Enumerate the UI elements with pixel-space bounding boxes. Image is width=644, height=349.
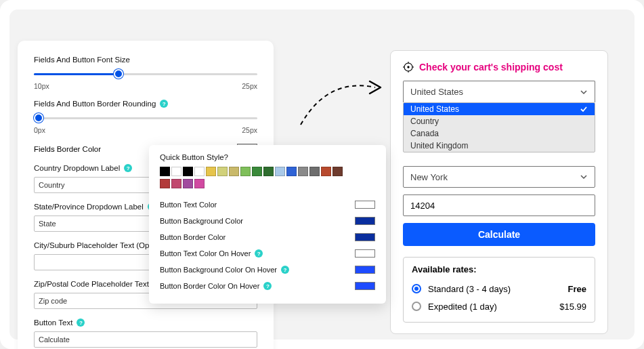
color-swatch[interactable]: [263, 167, 274, 176]
country-select-value: United States: [410, 87, 463, 97]
font-size-min: 10px: [34, 82, 49, 90]
color-swatch[interactable]: [286, 167, 297, 176]
color-swatch[interactable]: [171, 179, 181, 188]
color-setting-label: Button Text Color: [160, 201, 217, 209]
color-swatch[interactable]: [183, 179, 193, 188]
help-icon[interactable]: ?: [124, 164, 132, 172]
color-setting-row: Button Border Color: [160, 229, 375, 245]
shipping-calculator: Check your cart's shipping cost United S…: [390, 50, 608, 334]
rate-name: Standard (3 - 4 days): [428, 284, 511, 294]
color-swatch[interactable]: [298, 167, 308, 176]
color-value-swatch[interactable]: [355, 249, 375, 258]
font-size-control: Fields And Button Font Size 10px 25px: [34, 56, 257, 90]
calculate-button[interactable]: Calculate: [403, 223, 595, 246]
color-swatch[interactable]: [194, 179, 205, 188]
color-value-swatch[interactable]: [355, 217, 375, 225]
dropdown-option[interactable]: United States: [404, 103, 595, 115]
color-swatch[interactable]: [332, 167, 343, 176]
color-setting-label: Button Background Color: [160, 217, 243, 225]
rates-title: Available rates:: [412, 264, 586, 274]
color-swatch[interactable]: [229, 167, 239, 176]
border-rounding-min: 0px: [34, 126, 45, 134]
swatch-row-1: [160, 167, 375, 176]
calculator-title: Check your cart's shipping cost: [419, 62, 563, 73]
radio-button[interactable]: [412, 302, 421, 311]
help-icon[interactable]: ?: [77, 319, 85, 327]
color-setting-row: Button Text Color: [160, 197, 375, 213]
color-setting-row: Button Background Color On Hover?: [160, 262, 375, 278]
shipping-rate-option[interactable]: Standard (3 - 4 days)Free: [412, 280, 586, 297]
swatch-row-2: [160, 179, 375, 188]
border-rounding-max: 25px: [242, 126, 257, 134]
country-label-text: Country Dropdown Label: [34, 164, 120, 172]
color-value-swatch[interactable]: [355, 282, 375, 290]
location-icon: [403, 62, 414, 73]
chevron-down-icon: [580, 173, 588, 181]
help-icon[interactable]: ?: [263, 282, 272, 290]
color-setting-label: Button Background Color On Hover: [160, 266, 277, 274]
button-text-control: Button Text ?: [34, 319, 257, 348]
color-value-swatch[interactable]: [355, 266, 375, 274]
color-setting-label: Button Text Color On Hover: [160, 249, 251, 258]
color-swatch[interactable]: [160, 167, 170, 176]
zip-input[interactable]: [403, 194, 595, 216]
dropdown-option[interactable]: Country: [404, 115, 595, 127]
rate-price: Free: [568, 284, 586, 294]
rates-box: Available rates: Standard (3 - 4 days)Fr…: [403, 257, 595, 323]
state-label-text: State/Province Dropdown Label: [34, 203, 144, 211]
rate-name: Expedited (1 day): [428, 302, 497, 312]
popup-title: Quick Button Style?: [160, 153, 375, 161]
shipping-rate-option[interactable]: Expedited (1 day)$15.99: [412, 297, 586, 315]
color-swatch[interactable]: [321, 167, 331, 176]
color-swatch[interactable]: [240, 167, 251, 176]
color-swatch[interactable]: [171, 167, 181, 176]
dropdown-option[interactable]: United Kingdom: [404, 140, 595, 152]
svg-point-1: [407, 66, 409, 68]
font-size-max: 25px: [242, 82, 257, 90]
border-rounding-control: Fields And Button Border Rounding ? 0px …: [34, 100, 257, 134]
state-select[interactable]: New York: [403, 166, 595, 188]
chevron-down-icon: [580, 88, 588, 96]
fields-border-color-label: Fields Border Color: [34, 145, 101, 153]
color-swatch[interactable]: [160, 179, 170, 188]
button-text-input[interactable]: [34, 331, 257, 348]
border-rounding-label: Fields And Button Border Rounding: [34, 100, 156, 108]
color-setting-label: Button Border Color: [160, 233, 226, 241]
font-size-slider[interactable]: [34, 68, 257, 81]
color-value-swatch[interactable]: [355, 233, 375, 241]
font-size-label: Fields And Button Font Size: [34, 56, 257, 64]
rate-price: $15.99: [559, 302, 586, 312]
color-swatch[interactable]: [217, 167, 228, 176]
border-rounding-slider[interactable]: [34, 112, 257, 125]
state-select-value: New York: [410, 172, 448, 182]
help-icon[interactable]: ?: [160, 100, 168, 108]
color-setting-row: Button Text Color On Hover?: [160, 245, 375, 262]
help-icon[interactable]: ?: [255, 249, 263, 258]
color-setting-label: Button Border Color On Hover: [160, 282, 259, 290]
color-value-swatch[interactable]: [355, 201, 375, 209]
color-swatch[interactable]: [309, 167, 320, 176]
button-text-label: Button Text: [34, 319, 72, 327]
radio-button[interactable]: [412, 284, 421, 293]
color-swatch[interactable]: [206, 167, 216, 176]
button-style-popup: Quick Button Style? Button Text ColorBut…: [149, 145, 386, 304]
color-swatch[interactable]: [252, 167, 262, 176]
country-select[interactable]: United States: [403, 81, 595, 102]
check-icon: [580, 105, 588, 113]
zip-placeholder-label: Zip/Postal Code Placeholder Text: [34, 280, 149, 288]
dropdown-option[interactable]: Canada: [404, 127, 595, 140]
color-setting-row: Button Border Color On Hover?: [160, 278, 375, 294]
color-setting-row: Button Background Color: [160, 213, 375, 229]
help-icon[interactable]: ?: [281, 266, 289, 274]
country-dropdown: United StatesCountryCanadaUnited Kingdom: [403, 102, 595, 152]
color-swatch[interactable]: [275, 167, 285, 176]
arrow-icon: [287, 70, 395, 131]
color-swatch[interactable]: [183, 167, 193, 176]
color-swatch[interactable]: [194, 167, 205, 176]
